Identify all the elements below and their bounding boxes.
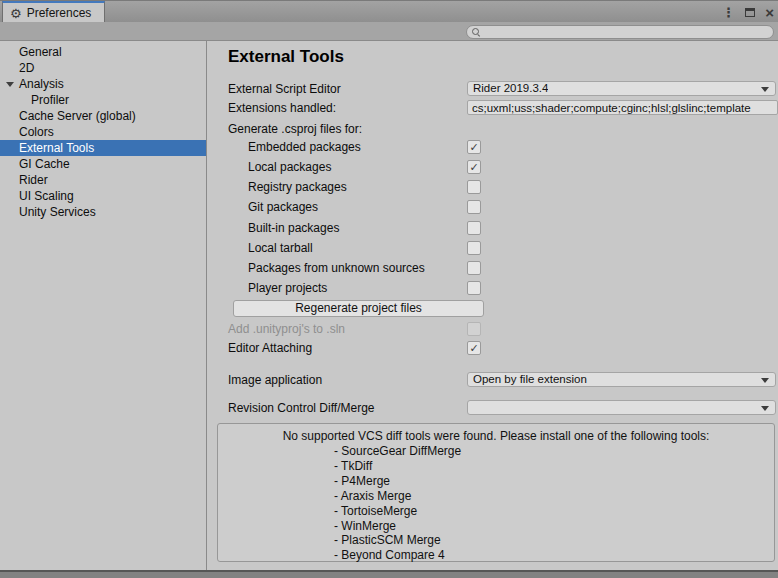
sidebar-item-colors[interactable]: Colors [0, 124, 206, 140]
foldout-expanded-icon[interactable] [6, 82, 14, 87]
vcs-help-message: No supported VCS diff tools were found. … [218, 429, 774, 444]
row-local-packages: Local packages✓ [208, 159, 778, 175]
sidebar-item-profiler[interactable]: Profiler [0, 92, 206, 108]
row-external-script-editor: External Script Editor Rider 2019.3.4 [208, 81, 778, 97]
local-tarball-checkbox[interactable] [467, 241, 481, 255]
git-packages-label: Git packages [248, 199, 318, 215]
sidebar-item-cache-server-global[interactable]: Cache Server (global) [0, 108, 206, 124]
add-unityproj-checkbox [467, 322, 481, 336]
image-application-dropdown[interactable]: Open by file extension [467, 372, 776, 387]
window-controls: ⋮ × [722, 1, 774, 23]
embedded-packages-checkbox[interactable]: ✓ [467, 140, 481, 154]
chevron-down-icon [761, 87, 769, 92]
row-packages-from-unknown-sources: Packages from unknown sources [208, 260, 778, 276]
registry-packages-checkbox[interactable] [467, 180, 481, 194]
sidebar-item-ui-scaling[interactable]: UI Scaling [0, 188, 206, 204]
vcs-tool-item: - Beyond Compare 4 [334, 548, 774, 563]
title-bar: ⚙ Preferences ⋮ × [0, 0, 778, 22]
row-registry-packages: Registry packages [208, 179, 778, 195]
vcs-tool-item: - WinMerge [334, 519, 774, 534]
chevron-down-icon [761, 406, 769, 411]
generate-csproj-label: Generate .csproj files for: [228, 121, 362, 137]
git-packages-checkbox[interactable] [467, 200, 481, 214]
revision-control-label: Revision Control Diff/Merge [228, 400, 375, 416]
row-player-projects: Player projects [208, 280, 778, 296]
sidebar-item-label: Cache Server (global) [19, 109, 136, 123]
preferences-window: ⚙ Preferences ⋮ × General2DAnalysisProfi… [0, 0, 778, 578]
editor-attaching-checkbox[interactable]: ✓ [467, 341, 481, 355]
row-embedded-packages: Embedded packages✓ [208, 139, 778, 155]
sidebar-item-analysis[interactable]: Analysis [0, 76, 206, 92]
player-projects-checkbox[interactable] [467, 281, 481, 295]
embedded-packages-label: Embedded packages [248, 139, 361, 155]
dropdown-value: Open by file extension [473, 373, 587, 386]
chevron-down-icon [761, 378, 769, 383]
sidebar-item-label: Analysis [19, 77, 64, 91]
sidebar-item-external-tools[interactable]: External Tools [0, 140, 206, 156]
local-packages-checkbox[interactable]: ✓ [467, 160, 481, 174]
row-add-unityproj: Add .unityproj's to .sln [208, 321, 778, 337]
local-packages-label: Local packages [248, 159, 331, 175]
row-revision-control: Revision Control Diff/Merge [208, 400, 778, 416]
search-row [0, 22, 778, 41]
sidebar-item-general[interactable]: General [0, 44, 206, 60]
vcs-tool-item: - PlasticSCM Merge [334, 533, 774, 548]
tab-preferences[interactable]: ⚙ Preferences [2, 1, 105, 23]
sidebar-item-unity-services[interactable]: Unity Services [0, 204, 206, 220]
revision-control-dropdown[interactable] [467, 400, 776, 415]
extensions-handled-label: Extensions handled: [228, 100, 336, 116]
editor-attaching-label: Editor Attaching [228, 340, 312, 356]
sidebar-item-label: Rider [19, 173, 48, 187]
sidebar-list: General2DAnalysisProfilerCache Server (g… [0, 44, 206, 220]
sidebar: General2DAnalysisProfilerCache Server (g… [0, 41, 207, 570]
sidebar-item-rider[interactable]: Rider [0, 172, 206, 188]
sidebar-item-label: GI Cache [19, 157, 70, 171]
content-pane: External Tools External Script Editor Ri… [208, 41, 778, 570]
row-git-packages: Git packages [208, 199, 778, 215]
add-unityproj-label: Add .unityproj's to .sln [228, 321, 345, 337]
packages-from-unknown-sources-checkbox[interactable] [467, 261, 481, 275]
sidebar-item-label: Colors [19, 125, 54, 139]
page-title: External Tools [228, 47, 344, 67]
row-extensions-handled: Extensions handled: [208, 100, 778, 116]
vcs-tools-list: - SourceGear DiffMerge- TkDiff- P4Merge-… [334, 444, 774, 563]
sidebar-item-label: Unity Services [19, 205, 96, 219]
vcs-help-box: No supported VCS diff tools were found. … [217, 423, 775, 562]
built-in-packages-checkbox[interactable] [467, 221, 481, 235]
search-icon [472, 28, 481, 37]
regenerate-project-files-button[interactable]: Regenerate project files [233, 300, 484, 317]
sidebar-item-label: 2D [19, 61, 34, 75]
maximize-icon[interactable] [745, 8, 755, 17]
search-box[interactable] [466, 25, 774, 39]
row-generate-csproj: Generate .csproj files for: [208, 121, 778, 137]
row-local-tarball: Local tarball [208, 240, 778, 256]
built-in-packages-label: Built-in packages [248, 220, 339, 236]
player-projects-label: Player projects [248, 280, 327, 296]
vcs-tool-item: - P4Merge [334, 474, 774, 489]
vcs-tool-item: - TkDiff [334, 459, 774, 474]
sidebar-item-label: External Tools [19, 141, 94, 155]
extensions-handled-input[interactable] [467, 100, 778, 115]
row-editor-attaching: Editor Attaching ✓ [208, 340, 778, 356]
sidebar-item-label: UI Scaling [19, 189, 74, 203]
external-script-editor-label: External Script Editor [228, 81, 341, 97]
sidebar-item-2d[interactable]: 2D [0, 60, 206, 76]
external-script-editor-dropdown[interactable]: Rider 2019.3.4 [467, 81, 776, 96]
local-tarball-label: Local tarball [248, 240, 313, 256]
tab-title: Preferences [27, 6, 92, 20]
registry-packages-label: Registry packages [248, 179, 347, 195]
row-built-in-packages: Built-in packages [208, 220, 778, 236]
close-icon[interactable]: × [765, 5, 774, 20]
window-bottom-strip [0, 570, 778, 578]
sidebar-item-gi-cache[interactable]: GI Cache [0, 156, 206, 172]
dropdown-value: Rider 2019.3.4 [473, 82, 548, 95]
gear-icon: ⚙ [10, 7, 22, 20]
image-application-label: Image application [228, 372, 322, 388]
more-menu-icon[interactable]: ⋮ [722, 6, 735, 19]
vcs-tool-item: - Araxis Merge [334, 489, 774, 504]
sidebar-item-label: Profiler [31, 93, 69, 107]
vcs-tool-item: - SourceGear DiffMerge [334, 444, 774, 459]
packages-from-unknown-sources-label: Packages from unknown sources [248, 260, 425, 276]
row-image-application: Image application Open by file extension [208, 372, 778, 388]
search-input[interactable] [481, 26, 773, 38]
